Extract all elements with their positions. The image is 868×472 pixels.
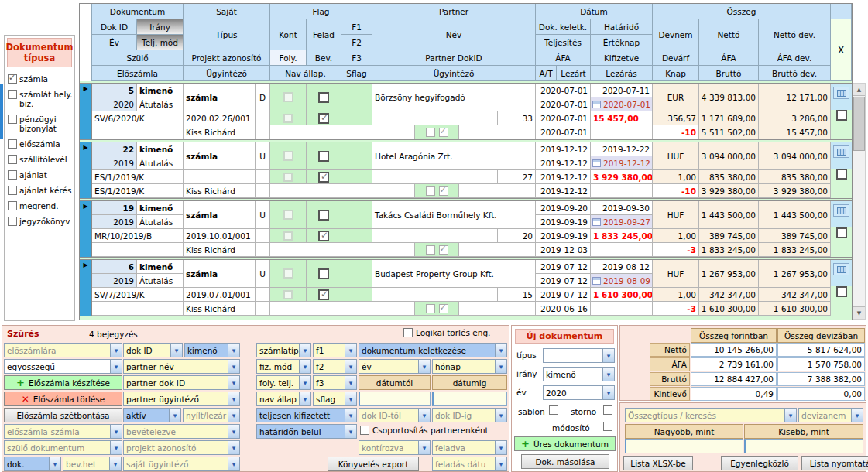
filter-select-bev-het[interactable]: bev.het▾ bbox=[63, 457, 122, 471]
col-header-hatarido[interactable]: Határidő bbox=[591, 19, 653, 35]
filter-select-datum-tipus[interactable]: dokumentum keletkezése▾ bbox=[359, 343, 507, 357]
col-header-nev[interactable]: Név bbox=[372, 19, 536, 50]
chevron-down-icon[interactable]: ▾ bbox=[495, 457, 506, 470]
filter-select-sflag[interactable]: sflag▾ bbox=[313, 392, 357, 406]
export-xlsx-button[interactable]: Lista XLSX-be bbox=[623, 456, 693, 470]
doc-type-item[interactable]: ajánlat kérés bbox=[8, 186, 73, 195]
chevron-down-icon[interactable]: ▾ bbox=[495, 409, 506, 422]
doc-type-item[interactable]: számla bbox=[8, 74, 73, 84]
calendar-icon[interactable] bbox=[592, 218, 601, 226]
filter-select-ev[interactable]: év▾ bbox=[359, 359, 431, 374]
col-header-a-t[interactable]: A/T bbox=[536, 66, 557, 80]
kont-checkbox[interactable] bbox=[283, 268, 293, 279]
filter-select-irany[interactable]: kimenő▾ bbox=[184, 343, 240, 357]
col-header-felad[interactable]: Felad bbox=[307, 19, 341, 50]
doc-type-checkbox[interactable] bbox=[8, 186, 17, 195]
lezart-checkbox[interactable] bbox=[439, 245, 448, 255]
row-mark-checkbox[interactable] bbox=[836, 227, 847, 238]
sablon-checkbox[interactable] bbox=[549, 405, 558, 415]
row-selector[interactable]: ▶ bbox=[80, 260, 92, 316]
col-group-osszeg[interactable]: Összeg bbox=[653, 4, 831, 19]
felad-checkbox[interactable] bbox=[318, 210, 329, 221]
filter-select-kifizetettseg[interactable]: teljesen kifizetett▾ bbox=[256, 408, 357, 422]
storno-checkbox[interactable] bbox=[603, 405, 612, 415]
row-selector[interactable]: ▶ bbox=[80, 142, 92, 198]
row-detail-button[interactable] bbox=[833, 204, 849, 217]
logical-delete-option[interactable]: Logikai törlés eng. bbox=[403, 328, 490, 337]
new-doc-irany-select[interactable]: kimenő▾ bbox=[543, 367, 615, 381]
filter-select-aktiv[interactable]: aktív▾ bbox=[123, 408, 181, 422]
chevron-down-icon[interactable]: ▾ bbox=[495, 360, 506, 373]
col-header-afa[interactable]: ÁFA bbox=[699, 50, 759, 66]
col-header-ev[interactable]: Év bbox=[92, 35, 137, 50]
row-mark-checkbox[interactable] bbox=[836, 286, 847, 297]
foly-checkbox[interactable] bbox=[283, 290, 293, 299]
chevron-down-icon[interactable]: ▾ bbox=[495, 344, 506, 357]
lezart-checkbox[interactable] bbox=[439, 304, 448, 313]
lezart-checkbox[interactable] bbox=[439, 186, 448, 196]
foly-checkbox[interactable] bbox=[283, 231, 293, 241]
doc-type-item[interactable]: számlát hely. biz. bbox=[8, 90, 73, 108]
chevron-down-icon[interactable]: ▾ bbox=[228, 360, 239, 373]
col-header-knap[interactable]: Knap bbox=[653, 66, 699, 81]
col-header-lezaras[interactable]: Lezárás bbox=[591, 66, 653, 81]
chevron-down-icon[interactable]: ▾ bbox=[299, 344, 310, 357]
col-header-partner-dokid[interactable]: Partner DokID bbox=[372, 50, 536, 66]
at-checkbox[interactable] bbox=[426, 304, 435, 313]
row-detail-button[interactable] bbox=[833, 145, 849, 158]
create-proforma-button[interactable]: +Előszámla készítése bbox=[4, 375, 122, 390]
erteknap-cell[interactable]: 2019-08-09 bbox=[591, 274, 653, 288]
col-header-teljesites[interactable]: Teljesítés bbox=[536, 35, 591, 50]
chevron-down-icon[interactable]: ▾ bbox=[345, 392, 356, 405]
chevron-down-icon[interactable]: ▾ bbox=[602, 368, 614, 381]
chevron-down-icon[interactable]: ▾ bbox=[299, 360, 310, 373]
foly-checkbox[interactable] bbox=[283, 173, 293, 182]
filter-select-eloszamlara[interactable]: előszámlára▾ bbox=[4, 343, 122, 357]
filter-select-f2[interactable]: f2▾ bbox=[313, 359, 357, 374]
filter-select-szamlatipus[interactable]: számlatíp▾ bbox=[256, 343, 311, 357]
col-group-datum[interactable]: Dátum bbox=[536, 4, 653, 19]
col-header-brutto-dev[interactable]: Bruttó dev. bbox=[759, 66, 831, 81]
less-than-input[interactable] bbox=[744, 439, 863, 453]
bev-checkbox[interactable] bbox=[318, 289, 329, 300]
kont-checkbox[interactable] bbox=[283, 210, 293, 220]
filter-select-eloszamla-szamla[interactable]: előszámla-számla▾ bbox=[4, 424, 122, 439]
col-header-f1[interactable]: F1 bbox=[341, 19, 372, 35]
filter-select-dok-id[interactable]: dok ID▾ bbox=[123, 343, 183, 357]
col-header-eloszamla[interactable]: Előszámla bbox=[92, 66, 184, 81]
table-row[interactable]: ▶ 5 kimenő 2020 Átutalás SV/6/2020/K szá… bbox=[80, 84, 852, 139]
col-group-flag[interactable]: Flag bbox=[270, 4, 372, 19]
col-header-irany[interactable]: Irány bbox=[137, 19, 184, 35]
col-group-dokumentum[interactable]: Dokumentum bbox=[92, 4, 184, 19]
kont-checkbox[interactable] bbox=[283, 92, 293, 102]
row-detail-button[interactable] bbox=[833, 87, 849, 99]
bev-checkbox[interactable] bbox=[318, 231, 329, 241]
col-header-erteknap[interactable]: Értéknap bbox=[591, 35, 653, 50]
col-header-lezart[interactable]: Lezárt bbox=[557, 66, 590, 80]
filter-select-projekt-azonosito[interactable]: projekt azonosító▾ bbox=[123, 440, 240, 455]
row-mark-checkbox[interactable] bbox=[836, 169, 847, 180]
chevron-down-icon[interactable]: ▾ bbox=[110, 425, 122, 438]
chevron-down-icon[interactable]: ▾ bbox=[228, 441, 239, 454]
chevron-down-icon[interactable]: ▾ bbox=[784, 409, 796, 422]
copy-document-button[interactable]: Dok. másolása bbox=[521, 454, 609, 469]
row-selector[interactable]: ▶ bbox=[80, 201, 92, 257]
chevron-down-icon[interactable]: ▾ bbox=[49, 457, 60, 470]
chevron-down-icon[interactable]: ▾ bbox=[169, 409, 180, 422]
group-by-partner-checkbox[interactable] bbox=[360, 426, 369, 435]
col-header-kifizetve[interactable]: Kifizetve bbox=[591, 50, 653, 66]
doc-type-item[interactable]: jegyzőkönyv bbox=[8, 217, 73, 226]
erteknap-cell[interactable]: 2019-12-12 bbox=[591, 156, 653, 170]
doc-type-item[interactable]: ajánlat bbox=[8, 170, 73, 180]
row-mark-checkbox[interactable] bbox=[836, 110, 847, 121]
chevron-down-icon[interactable]: ▾ bbox=[110, 441, 122, 454]
filter-select-szulo-dokumentum[interactable]: szülő dokumentum▾ bbox=[4, 440, 122, 455]
chevron-down-icon[interactable]: ▾ bbox=[418, 409, 430, 422]
felad-checkbox[interactable] bbox=[318, 151, 329, 162]
balance-statement-button[interactable]: Egyenlegközlő bbox=[721, 456, 798, 470]
chevron-down-icon[interactable]: ▾ bbox=[228, 344, 239, 357]
lezart-checkbox[interactable] bbox=[439, 128, 448, 137]
doc-type-checkbox[interactable] bbox=[8, 90, 17, 99]
chevron-down-icon[interactable]: ▾ bbox=[228, 457, 239, 470]
doc-type-checkbox[interactable] bbox=[8, 115, 17, 124]
